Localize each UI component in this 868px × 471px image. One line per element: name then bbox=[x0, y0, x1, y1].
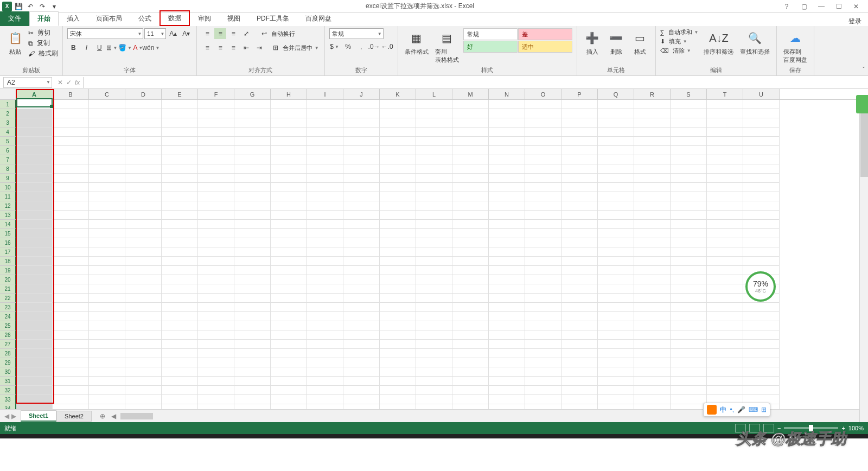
cell[interactable] bbox=[234, 303, 271, 312]
tab-formulas[interactable]: 公式 bbox=[130, 11, 159, 26]
cell[interactable] bbox=[525, 137, 561, 146]
cell[interactable] bbox=[53, 238, 89, 247]
cell[interactable] bbox=[343, 211, 380, 220]
cell[interactable] bbox=[125, 303, 162, 312]
cell[interactable] bbox=[743, 312, 780, 321]
cell[interactable] bbox=[234, 128, 271, 137]
cell[interactable] bbox=[598, 128, 634, 137]
cell[interactable] bbox=[162, 164, 198, 174]
cell[interactable] bbox=[489, 404, 525, 409]
cell[interactable] bbox=[634, 367, 671, 377]
cell[interactable] bbox=[198, 201, 234, 211]
cell[interactable] bbox=[343, 247, 380, 257]
cell[interactable] bbox=[598, 164, 634, 174]
cell[interactable] bbox=[452, 183, 489, 192]
cell[interactable] bbox=[234, 220, 271, 229]
cell[interactable] bbox=[525, 100, 561, 109]
col-header-F[interactable]: F bbox=[198, 89, 234, 99]
cell[interactable] bbox=[198, 395, 234, 404]
cell[interactable] bbox=[416, 303, 452, 312]
cell[interactable] bbox=[380, 211, 416, 220]
col-header-E[interactable]: E bbox=[162, 89, 198, 99]
cell[interactable] bbox=[671, 284, 707, 294]
cell[interactable] bbox=[198, 192, 234, 201]
cell[interactable] bbox=[343, 146, 380, 155]
cell[interactable] bbox=[307, 100, 343, 109]
increase-font-icon[interactable]: A▴ bbox=[167, 28, 179, 39]
cell[interactable] bbox=[125, 395, 162, 404]
style-neutral[interactable]: 适中 bbox=[518, 41, 572, 53]
cell[interactable] bbox=[234, 284, 271, 294]
cell[interactable] bbox=[561, 358, 598, 367]
formula-input[interactable] bbox=[83, 77, 868, 88]
col-header-O[interactable]: O bbox=[525, 89, 561, 99]
cell[interactable] bbox=[416, 266, 452, 275]
cell[interactable] bbox=[16, 312, 53, 321]
cell[interactable] bbox=[53, 303, 89, 312]
cell[interactable] bbox=[343, 238, 380, 247]
cell[interactable] bbox=[416, 294, 452, 303]
cell[interactable] bbox=[525, 257, 561, 266]
wrap-text-button[interactable]: 自动换行 bbox=[271, 30, 295, 38]
cell[interactable] bbox=[525, 201, 561, 211]
cell[interactable] bbox=[452, 303, 489, 312]
maximize-icon[interactable]: ☐ bbox=[832, 3, 845, 10]
cell[interactable] bbox=[307, 164, 343, 174]
cell[interactable] bbox=[525, 183, 561, 192]
cell[interactable] bbox=[561, 118, 598, 128]
cell[interactable] bbox=[489, 211, 525, 220]
cell[interactable] bbox=[743, 192, 780, 201]
align-center-icon[interactable]: ≡ bbox=[214, 42, 226, 53]
cell[interactable] bbox=[125, 266, 162, 275]
cell[interactable] bbox=[343, 349, 380, 358]
cell[interactable] bbox=[452, 109, 489, 118]
cell[interactable] bbox=[416, 164, 452, 174]
cell[interactable] bbox=[452, 100, 489, 109]
ime-toolbar[interactable]: 中 •, 🎤 ⌨ ⊞ bbox=[703, 403, 770, 417]
cell[interactable] bbox=[598, 220, 634, 229]
save-baidu-button[interactable]: ☁保存到 百度网盘 bbox=[781, 28, 809, 65]
cell[interactable] bbox=[598, 321, 634, 330]
cell[interactable] bbox=[89, 183, 125, 192]
cell[interactable] bbox=[416, 220, 452, 229]
cell[interactable] bbox=[89, 284, 125, 294]
cell[interactable] bbox=[561, 275, 598, 284]
cell[interactable] bbox=[561, 377, 598, 386]
row-header-29[interactable]: 29 bbox=[0, 358, 16, 367]
ime-mic-icon[interactable]: 🎤 bbox=[737, 406, 745, 413]
cell[interactable] bbox=[234, 164, 271, 174]
cell[interactable] bbox=[53, 358, 89, 367]
cell[interactable] bbox=[271, 118, 307, 128]
cell[interactable] bbox=[561, 146, 598, 155]
cell[interactable] bbox=[452, 128, 489, 137]
cell[interactable] bbox=[489, 349, 525, 358]
cell[interactable] bbox=[89, 211, 125, 220]
copy-button[interactable]: ⧉ 复制 bbox=[28, 39, 58, 48]
cell[interactable] bbox=[343, 201, 380, 211]
cell[interactable] bbox=[53, 386, 89, 395]
cell[interactable] bbox=[416, 146, 452, 155]
cell[interactable] bbox=[343, 220, 380, 229]
cell[interactable] bbox=[561, 257, 598, 266]
row-header-14[interactable]: 14 bbox=[0, 220, 16, 229]
row-header-25[interactable]: 25 bbox=[0, 321, 16, 330]
tab-data[interactable]: 数据 bbox=[159, 10, 190, 26]
cell[interactable] bbox=[307, 367, 343, 377]
row-header-20[interactable]: 20 bbox=[0, 275, 16, 284]
cell[interactable] bbox=[416, 395, 452, 404]
cell[interactable] bbox=[16, 321, 53, 330]
cell[interactable] bbox=[343, 321, 380, 330]
cell[interactable] bbox=[489, 358, 525, 367]
cell[interactable] bbox=[598, 330, 634, 340]
cell[interactable] bbox=[234, 201, 271, 211]
cell[interactable] bbox=[89, 137, 125, 146]
row-header-11[interactable]: 11 bbox=[0, 192, 16, 201]
cell[interactable] bbox=[525, 321, 561, 330]
cell[interactable] bbox=[343, 137, 380, 146]
cell[interactable] bbox=[53, 137, 89, 146]
cell[interactable] bbox=[198, 321, 234, 330]
new-sheet-button[interactable]: ⊕ bbox=[96, 412, 109, 420]
cell[interactable] bbox=[162, 118, 198, 128]
cell[interactable] bbox=[380, 100, 416, 109]
row-header-21[interactable]: 21 bbox=[0, 284, 16, 294]
